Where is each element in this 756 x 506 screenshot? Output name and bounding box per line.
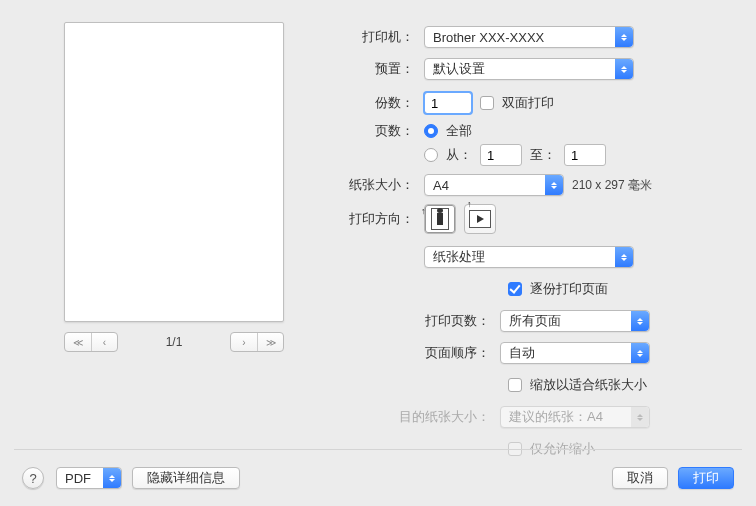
next-page-button[interactable]: › — [231, 333, 257, 351]
arrow-up-icon: ↑ — [467, 199, 472, 209]
duplex-checkbox[interactable] — [480, 96, 494, 110]
print-button[interactable]: 打印 — [678, 467, 734, 489]
dest-paper-label: 目的纸张大小： — [340, 408, 500, 426]
print-dialog: ≪ ‹ 1/1 › ≫ 打印机： Brother XXX-XXXX 预置： — [0, 0, 756, 506]
pages-range-row: 从： 至： — [424, 144, 606, 166]
pages-label: 页数： — [340, 122, 424, 140]
chevron-updown-icon — [631, 311, 649, 331]
arrow-right-icon — [477, 215, 484, 223]
orientation-portrait-button[interactable]: ↑ — [424, 204, 456, 234]
pages-from-label: 从： — [446, 146, 472, 164]
collate-checkbox[interactable] — [508, 282, 522, 296]
pdf-popup[interactable]: PDF — [56, 467, 122, 489]
scale-fit-checkbox[interactable] — [508, 378, 522, 392]
preset-popup[interactable]: 默认设置 — [424, 58, 634, 80]
person-icon — [437, 213, 443, 225]
page-order-value: 自动 — [509, 344, 535, 362]
paper-dimensions: 210 x 297 毫米 — [572, 177, 652, 194]
page-order-popup[interactable]: 自动 — [500, 342, 650, 364]
content-area: ≪ ‹ 1/1 › ≫ 打印机： Brother XXX-XXXX 预置： — [0, 0, 756, 436]
arrow-up-icon: ↑ — [421, 206, 426, 216]
chevron-updown-icon — [631, 343, 649, 363]
paper-size-value: A4 — [433, 178, 449, 193]
pages-all-radio[interactable] — [424, 124, 438, 138]
last-page-button[interactable]: ≫ — [257, 333, 283, 351]
paper-size-label: 纸张大小： — [340, 176, 424, 194]
preview-nav-left: ≪ ‹ — [64, 332, 118, 352]
chevron-down-icon — [103, 468, 121, 488]
preview-nav: ≪ ‹ 1/1 › ≫ — [64, 332, 284, 352]
orientation-landscape-button[interactable]: ↑ — [464, 204, 496, 234]
pages-all-label: 全部 — [446, 122, 472, 140]
help-button[interactable]: ? — [22, 467, 44, 489]
pages-to-field[interactable] — [564, 144, 606, 166]
page-indicator: 1/1 — [166, 335, 183, 349]
section-popup[interactable]: 纸张处理 — [424, 246, 634, 268]
scale-fit-label: 缩放以适合纸张大小 — [530, 376, 647, 394]
pages-from-field[interactable] — [480, 144, 522, 166]
copies-field[interactable] — [424, 92, 472, 114]
chevron-updown-icon — [615, 27, 633, 47]
page-preview — [64, 22, 284, 322]
printer-popup[interactable]: Brother XXX-XXXX — [424, 26, 634, 48]
duplex-label: 双面打印 — [502, 94, 554, 112]
pages-range-radio[interactable] — [424, 148, 438, 162]
preview-nav-right: › ≫ — [230, 332, 284, 352]
settings-pane: 打印机： Brother XXX-XXXX 预置： 默认设置 份数： — [340, 24, 736, 468]
pages-all-row: 全部 — [424, 122, 606, 140]
chevron-updown-icon — [631, 407, 649, 427]
preview-pane: ≪ ‹ 1/1 › ≫ — [64, 22, 284, 352]
pdf-label: PDF — [65, 471, 91, 486]
dest-paper-popup: 建议的纸张：A4 — [500, 406, 650, 428]
print-pages-label: 打印页数： — [340, 312, 500, 330]
page-order-label: 页面顺序： — [340, 344, 500, 362]
footer: ? PDF 隐藏详细信息 取消 打印 — [0, 450, 756, 506]
print-pages-value: 所有页面 — [509, 312, 561, 330]
pages-to-label: 至： — [530, 146, 556, 164]
collate-label: 逐份打印页面 — [530, 280, 608, 298]
prev-page-button[interactable]: ‹ — [91, 333, 117, 351]
printer-label: 打印机： — [340, 28, 424, 46]
preset-value: 默认设置 — [433, 60, 485, 78]
hide-details-button[interactable]: 隐藏详细信息 — [132, 467, 240, 489]
cancel-button[interactable]: 取消 — [612, 467, 668, 489]
preset-label: 预置： — [340, 60, 424, 78]
print-pages-popup[interactable]: 所有页面 — [500, 310, 650, 332]
first-page-button[interactable]: ≪ — [65, 333, 91, 351]
dest-paper-value: 建议的纸张：A4 — [509, 408, 603, 426]
copies-label: 份数： — [340, 94, 424, 112]
chevron-updown-icon — [615, 59, 633, 79]
section-value: 纸张处理 — [433, 248, 485, 266]
chevron-updown-icon — [545, 175, 563, 195]
orientation-label: 打印方向： — [340, 210, 424, 228]
printer-value: Brother XXX-XXXX — [433, 30, 544, 45]
chevron-updown-icon — [615, 247, 633, 267]
paper-size-popup[interactable]: A4 — [424, 174, 564, 196]
